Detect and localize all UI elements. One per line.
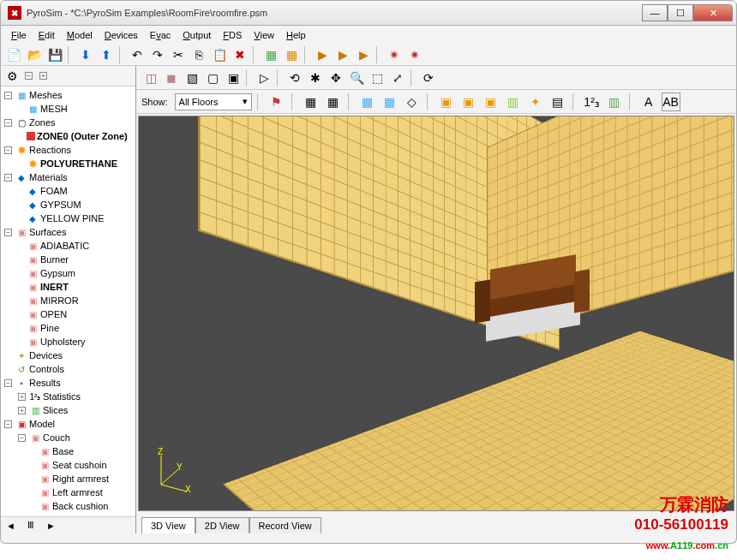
tree-mirror[interactable]: MIRROR bbox=[40, 295, 79, 306]
menu-edit[interactable]: Edit bbox=[33, 28, 60, 42]
tree-rarm[interactable]: Right armrest bbox=[52, 474, 109, 484]
flag-icon[interactable]: ⚑ bbox=[267, 92, 286, 111]
show-obst-icon[interactable]: ▣ bbox=[437, 92, 456, 111]
expander-icon[interactable]: − bbox=[4, 174, 12, 182]
delete-icon[interactable]: ✖ bbox=[231, 45, 249, 64]
tree-larm[interactable]: Left armrest bbox=[52, 487, 103, 497]
shaded-icon[interactable]: ▧ bbox=[183, 69, 201, 87]
tree-adiabatic[interactable]: ADIABATIC bbox=[40, 241, 89, 251]
save-icon[interactable]: 💾 bbox=[45, 45, 64, 64]
walk-icon[interactable]: ✱ bbox=[306, 69, 325, 87]
model-tree[interactable]: −▦Meshes ▦MESH −▢Zones ZONE0 (Outer Zone… bbox=[1, 86, 135, 516]
run2-icon[interactable]: ▶ bbox=[333, 45, 352, 64]
3d-viewport[interactable]: Z Y X bbox=[138, 116, 734, 511]
tree-meshes[interactable]: Meshes bbox=[29, 90, 63, 100]
maximize-button[interactable]: ☐ bbox=[668, 4, 693, 21]
expand-all-icon[interactable]: + bbox=[39, 72, 47, 80]
expander-icon[interactable]: − bbox=[4, 119, 12, 127]
tree-controls[interactable]: Controls bbox=[29, 364, 64, 374]
cut-icon[interactable]: ✂ bbox=[169, 45, 188, 64]
orbit-icon[interactable]: ⟲ bbox=[285, 69, 304, 87]
menu-file[interactable]: File bbox=[6, 28, 32, 42]
run3-icon[interactable]: ▶ bbox=[354, 45, 373, 64]
show-mesh-icon[interactable]: ▦ bbox=[358, 92, 377, 111]
zoom-icon[interactable]: 🔍 bbox=[347, 69, 366, 87]
pan-icon[interactable]: ✥ bbox=[327, 69, 345, 87]
export-icon[interactable]: ⬆ bbox=[97, 45, 116, 64]
scroll-left-icon[interactable]: ◄ bbox=[6, 521, 15, 531]
menu-output[interactable]: Output bbox=[177, 28, 216, 42]
tree-devices[interactable]: Devices bbox=[29, 350, 63, 360]
tab-2d-view[interactable]: 2D View bbox=[195, 517, 249, 533]
show-mesh2-icon[interactable]: ▦ bbox=[380, 92, 399, 111]
tab-3d-view[interactable]: 3D View bbox=[141, 517, 195, 533]
tree-gypsum-s[interactable]: Gypsum bbox=[40, 268, 75, 278]
tree-upholstery[interactable]: Upholstery bbox=[40, 337, 86, 347]
show-hole-icon[interactable]: ▣ bbox=[459, 92, 478, 111]
tree-pine[interactable]: Pine bbox=[40, 323, 59, 333]
tree-backc[interactable]: Back cushion bbox=[52, 501, 108, 511]
undo-icon[interactable]: ↶ bbox=[128, 45, 147, 64]
tool-b-icon[interactable]: ▦ bbox=[282, 45, 301, 64]
tree-mesh[interactable]: MESH bbox=[40, 104, 68, 114]
tree-base[interactable]: Base bbox=[52, 446, 74, 456]
redo-icon[interactable]: ↷ bbox=[148, 45, 167, 64]
menu-view[interactable]: View bbox=[249, 28, 279, 42]
run-icon[interactable]: ▶ bbox=[313, 45, 332, 64]
tree-polyurethane[interactable]: POLYURETHANE bbox=[40, 158, 117, 169]
menu-fds[interactable]: FDS bbox=[218, 28, 247, 42]
expander-icon[interactable]: − bbox=[18, 434, 26, 442]
new-icon[interactable]: 📄 bbox=[4, 45, 23, 64]
results-icon[interactable]: ✷ bbox=[385, 45, 404, 64]
tab-record-view[interactable]: Record View bbox=[249, 517, 321, 533]
show-mesh3-icon[interactable]: ◇ bbox=[403, 92, 422, 111]
open-icon[interactable]: 📂 bbox=[25, 45, 44, 64]
tree-statistics[interactable]: Statistics bbox=[43, 391, 81, 402]
menu-help[interactable]: Help bbox=[281, 28, 311, 42]
scroll-right-icon[interactable]: ► bbox=[46, 521, 56, 531]
clip2-icon[interactable]: ▦ bbox=[324, 92, 343, 111]
tree-zones[interactable]: Zones bbox=[29, 117, 56, 128]
expander-icon[interactable]: − bbox=[4, 146, 12, 154]
tree-model[interactable]: Model bbox=[29, 419, 55, 429]
label-b-icon[interactable]: AB bbox=[662, 92, 680, 111]
tree-gypsum-m[interactable]: GYPSUM bbox=[40, 200, 81, 210]
paste-icon[interactable]: 📋 bbox=[210, 45, 229, 64]
tree-couch[interactable]: Couch bbox=[43, 432, 70, 443]
outline-icon[interactable]: ▢ bbox=[203, 69, 222, 87]
menu-evac[interactable]: Evac bbox=[145, 28, 176, 42]
zoombox-icon[interactable]: ⬚ bbox=[368, 69, 386, 87]
tree-reactions[interactable]: Reactions bbox=[29, 145, 71, 155]
expander-icon[interactable]: − bbox=[4, 420, 12, 428]
clip-icon[interactable]: ▦ bbox=[302, 92, 321, 111]
tree-materials[interactable]: Materials bbox=[29, 172, 68, 182]
show-slice-icon[interactable]: ▥ bbox=[504, 92, 523, 111]
expander-icon[interactable]: + bbox=[18, 393, 26, 401]
tree-results[interactable]: Results bbox=[29, 378, 61, 388]
menu-model[interactable]: Model bbox=[62, 28, 98, 42]
floor-select[interactable]: All Floors▾ bbox=[175, 93, 252, 110]
tree-inert[interactable]: INERT bbox=[40, 282, 69, 292]
minimize-button[interactable]: ― bbox=[642, 4, 668, 21]
tree-scrollbar[interactable]: ◄ Ⅲ ► bbox=[1, 516, 135, 533]
menu-devices[interactable]: Devices bbox=[99, 28, 143, 42]
expander-icon[interactable]: + bbox=[18, 407, 26, 414]
show-bg-icon[interactable]: ▥ bbox=[605, 92, 624, 111]
import-icon[interactable]: ⬇ bbox=[76, 45, 95, 64]
expander-icon[interactable]: − bbox=[4, 92, 12, 99]
collapse-all-icon[interactable]: − bbox=[25, 72, 33, 80]
show-stat-icon[interactable]: 1²₃ bbox=[583, 92, 602, 111]
tree-burner[interactable]: Burner bbox=[40, 254, 69, 265]
group-icon[interactable]: ▣ bbox=[224, 69, 243, 87]
tree-slices[interactable]: Slices bbox=[43, 405, 68, 415]
tree-yellowpine[interactable]: YELLOW PINE bbox=[40, 213, 105, 223]
tree-opts-icon[interactable]: ⚙ bbox=[4, 69, 20, 84]
tree-open[interactable]: OPEN bbox=[40, 309, 67, 319]
close-button[interactable]: ✕ bbox=[693, 4, 733, 21]
fit-icon[interactable]: ⤢ bbox=[388, 69, 407, 87]
tool-a-icon[interactable]: ▦ bbox=[261, 45, 280, 64]
reset-icon[interactable]: ⟳ bbox=[419, 69, 438, 87]
scroll-thumb[interactable]: Ⅲ bbox=[27, 520, 34, 531]
show-hvac-icon[interactable]: ▤ bbox=[548, 92, 567, 111]
select-icon[interactable]: ▷ bbox=[255, 69, 273, 87]
